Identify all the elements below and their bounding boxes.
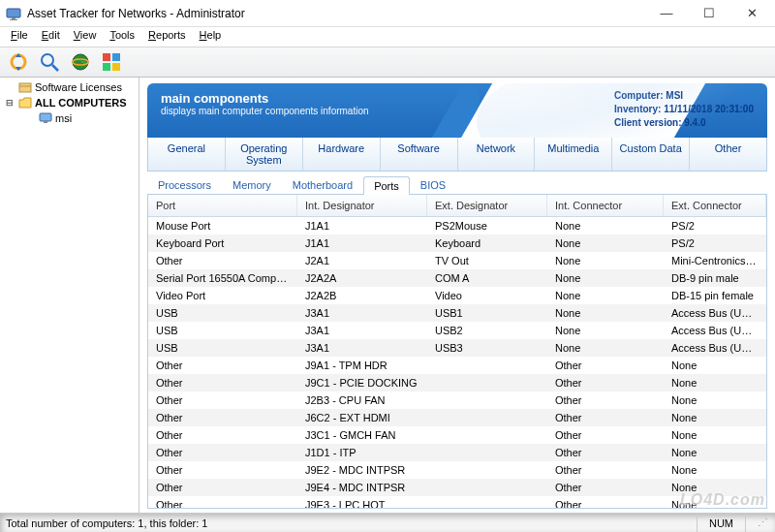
table-row[interactable]: Video PortJ2A2BVideoNoneDB-15 pin female — [148, 287, 766, 304]
menu-tools[interactable]: Tools — [103, 27, 141, 47]
subtab-bios[interactable]: BIOS — [410, 175, 456, 194]
col-intdes[interactable]: Int. Designator — [297, 195, 427, 216]
banner-computer: Computer: MSI — [614, 89, 754, 103]
table-row[interactable]: OtherJ9E4 - MDC INTPSROtherNone — [148, 479, 766, 496]
minimize-button[interactable]: — — [645, 0, 688, 27]
window-title: Asset Tracker for Networks - Administrat… — [27, 7, 645, 20]
main-panel: main components displays main computer c… — [140, 78, 775, 513]
menu-help[interactable]: Help — [193, 27, 229, 47]
col-intcon[interactable]: Int. Connector — [547, 195, 664, 216]
tree-item-allcomputers[interactable]: ⊟ ALL COMPUTERS — [0, 95, 139, 110]
cell-port: Other — [148, 426, 297, 444]
table-body[interactable]: Mouse PortJ1A1PS2MouseNonePS/2Keyboard P… — [148, 217, 766, 508]
close-button[interactable]: ✕ — [730, 0, 773, 27]
table-row[interactable]: USBJ3A1USB3NoneAccess Bus (USB) — [148, 339, 766, 357]
cell-intcon: Other — [547, 357, 664, 374]
cell-extcon: PS/2 — [664, 217, 766, 235]
table-row[interactable]: OtherJ1D1 - ITPOtherNone — [148, 444, 766, 461]
cell-port: USB — [148, 322, 297, 339]
cell-port: USB — [148, 339, 297, 357]
cell-intdes: J3C1 - GMCH FAN — [297, 426, 427, 444]
svg-rect-11 — [103, 63, 110, 71]
table-row[interactable]: OtherJ9E2 - MDC INTPSROtherNone — [148, 461, 766, 479]
toolbar-components-button[interactable] — [99, 49, 124, 75]
cell-extdes — [427, 426, 547, 444]
table-row[interactable]: OtherJ9E3 - LPC HOTOtherNone — [148, 496, 766, 508]
cell-intcon: Other — [547, 391, 664, 409]
subtab-processors[interactable]: Processors — [147, 175, 222, 194]
cell-intcon: Other — [547, 444, 664, 461]
table-row[interactable]: Mouse PortJ1A1PS2MouseNonePS/2 — [148, 217, 766, 235]
table-row[interactable]: USBJ3A1USB1NoneAccess Bus (USB) — [148, 304, 766, 322]
cell-extdes: USB3 — [427, 339, 547, 357]
tree-collapse-icon[interactable]: ⊟ — [4, 98, 16, 108]
tab-hardware[interactable]: Hardware — [303, 138, 381, 171]
menu-file[interactable]: File — [4, 27, 35, 47]
banner-inventory: Inventory: 11/11/2018 20:31:00 — [614, 103, 754, 116]
subtab-ports[interactable]: Ports — [363, 176, 410, 195]
tree-label: Software Licenses — [35, 81, 122, 93]
cell-extcon: None — [664, 409, 766, 426]
tab-custom[interactable]: Custom Data — [612, 138, 690, 171]
subtab-motherboard[interactable]: Motherboard — [282, 175, 363, 194]
cell-intdes: J3A1 — [297, 322, 427, 339]
table-row[interactable]: OtherJ2A1TV OutNoneMini-Centronics Type- — [148, 252, 766, 269]
menu-reports[interactable]: Reports — [141, 27, 193, 47]
toolbar-globe-button[interactable] — [68, 49, 93, 75]
cell-extdes — [427, 409, 547, 426]
cell-extcon: DB-9 pin male — [664, 269, 766, 287]
svg-rect-13 — [19, 83, 31, 92]
tree-item-computer[interactable]: msi — [0, 110, 139, 126]
tab-os[interactable]: Operating System — [226, 138, 303, 171]
tab-network[interactable]: Network — [458, 138, 536, 171]
status-text: Total number of computers: 1, this folde… — [6, 517, 208, 529]
toolbar-search-button[interactable] — [37, 49, 62, 75]
menu-edit[interactable]: Edit — [35, 27, 67, 47]
banner: main components displays main computer c… — [147, 83, 767, 138]
cell-intdes: J2A1 — [297, 252, 427, 269]
cell-intdes: J9E3 - LPC HOT — [297, 496, 427, 508]
tab-multimedia[interactable]: Multimedia — [535, 138, 612, 171]
svg-rect-15 — [40, 113, 51, 121]
cell-port: Other — [148, 357, 297, 374]
cell-intcon: Other — [547, 496, 664, 508]
tree-label: msi — [55, 112, 72, 124]
cell-port: Other — [148, 479, 297, 496]
table-row[interactable]: OtherJ6C2 - EXT HDMIOtherNone — [148, 409, 766, 426]
sidebar-tree: Software Licenses ⊟ ALL COMPUTERS msi — [0, 78, 140, 513]
tab-other[interactable]: Other — [690, 138, 766, 171]
table-row[interactable]: OtherJ2B3 - CPU FANOtherNone — [148, 391, 766, 409]
cell-intcon: Other — [547, 374, 664, 391]
cell-extcon: None — [664, 426, 766, 444]
table-row[interactable]: OtherJ9C1 - PCIE DOCKINGOtherNone — [148, 374, 766, 391]
table-row[interactable]: Serial Port 16550A CompatibleJ2A2ACOM AN… — [148, 269, 766, 287]
tab-software[interactable]: Software — [381, 138, 458, 171]
cell-extcon: None — [664, 357, 766, 374]
cell-port: Serial Port 16550A Compatible — [148, 269, 297, 287]
tree-item-licenses[interactable]: Software Licenses — [0, 79, 139, 95]
cell-intdes: J1D1 - ITP — [297, 444, 427, 461]
cell-port: Other — [148, 252, 297, 269]
col-port[interactable]: Port — [148, 195, 297, 216]
app-icon — [6, 6, 21, 21]
cell-port: Keyboard Port — [148, 235, 297, 252]
cell-extcon: None — [664, 461, 766, 479]
table-row[interactable]: OtherJ3C1 - GMCH FANOtherNone — [148, 426, 766, 444]
titlebar: Asset Tracker for Networks - Administrat… — [0, 0, 775, 27]
table-row[interactable]: OtherJ9A1 - TPM HDROtherNone — [148, 357, 766, 374]
cell-port: Other — [148, 496, 297, 508]
menu-view[interactable]: View — [67, 27, 104, 47]
table-row[interactable]: USBJ3A1USB2NoneAccess Bus (USB) — [148, 322, 766, 339]
subtab-memory[interactable]: Memory — [222, 175, 282, 194]
table-row[interactable]: Keyboard PortJ1A1KeyboardNonePS/2 — [148, 235, 766, 252]
maximize-button[interactable]: ☐ — [688, 0, 730, 27]
col-extdes[interactable]: Ext. Designator — [427, 195, 547, 216]
col-extcon[interactable]: Ext. Connector — [664, 195, 766, 216]
cell-extdes: TV Out — [427, 252, 547, 269]
status-resize-grip[interactable]: ⋰ — [745, 514, 769, 532]
tab-general[interactable]: General — [148, 138, 226, 171]
statusbar: Total number of computers: 1, this folde… — [0, 513, 775, 532]
cell-intdes: J1A1 — [297, 235, 427, 252]
cell-extdes — [427, 496, 547, 508]
toolbar-refresh-button[interactable] — [6, 49, 31, 75]
